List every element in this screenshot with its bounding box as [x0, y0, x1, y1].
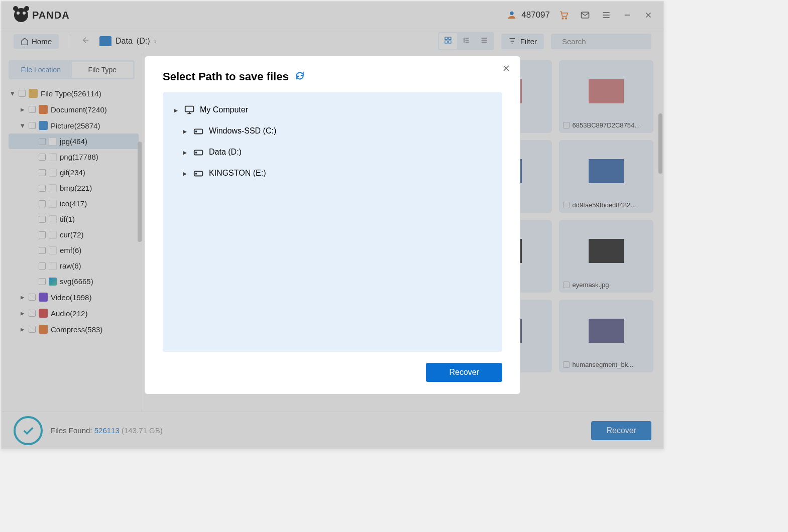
- path-tree-label: My Computer: [200, 105, 248, 114]
- modal-overlay: Select Path to save files ▸My Computer▸W…: [2, 2, 663, 449]
- svg-rect-25: [185, 106, 194, 112]
- app-window: PANDA 487097 Home Data (D:) ›: [1, 1, 664, 449]
- chevron-right-icon[interactable]: ▸: [183, 148, 188, 157]
- chevron-right-icon[interactable]: ▸: [174, 105, 179, 115]
- svg-point-31: [196, 152, 197, 153]
- path-tree-item[interactable]: ▸Windows-SSD (C:): [172, 120, 493, 142]
- dialog-title: Select Path to save files: [163, 70, 289, 83]
- drive-icon: [193, 125, 204, 137]
- dialog-close-icon[interactable]: [501, 63, 511, 76]
- select-path-dialog: Select Path to save files ▸My Computer▸W…: [145, 56, 520, 394]
- path-tree-label: Data (D:): [209, 148, 242, 157]
- chevron-right-icon[interactable]: ▸: [183, 169, 188, 178]
- svg-point-29: [196, 131, 197, 132]
- path-tree: ▸My Computer▸Windows-SSD (C:)▸Data (D:)▸…: [163, 92, 502, 352]
- refresh-icon[interactable]: [295, 71, 305, 83]
- computer-icon: [184, 104, 195, 115]
- drive-icon: [193, 168, 204, 179]
- path-tree-label: Windows-SSD (C:): [209, 126, 276, 136]
- drive-icon: [193, 147, 204, 158]
- chevron-right-icon[interactable]: ▸: [183, 126, 188, 136]
- path-tree-item[interactable]: ▸Data (D:): [172, 142, 493, 163]
- path-tree-item[interactable]: ▸KINGSTON (E:): [172, 163, 493, 184]
- path-tree-label: KINGSTON (E:): [209, 169, 266, 178]
- dialog-recover-button[interactable]: Recover: [426, 363, 502, 382]
- path-tree-item[interactable]: ▸My Computer: [172, 99, 493, 120]
- svg-point-33: [196, 173, 197, 174]
